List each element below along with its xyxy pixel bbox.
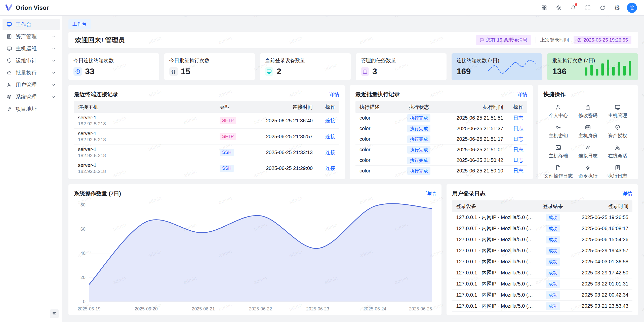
task-calendar-icon bbox=[361, 67, 369, 76]
terminal-records-panel: 最近终端连接记录 详情 连接主机 类型 连接时间 操作 server-1 182… bbox=[68, 85, 345, 179]
exec-time: 2025-06-25 21:50:42 bbox=[440, 157, 503, 163]
quick-actions-panel: 快捷操作 个人中心 修改密码 主机管理 bbox=[538, 85, 638, 179]
exec-status-badge: 执行完成 bbox=[407, 146, 430, 154]
sidebar-item-workbench[interactable]: 工作台 bbox=[3, 19, 60, 30]
table-row: color 执行完成 2025-06-25 21:51:37 日志 bbox=[355, 123, 528, 134]
chevron-down-icon bbox=[52, 47, 56, 51]
sidebar-item-label: 用户管理 bbox=[16, 81, 37, 88]
sidebar-item-batch-exec[interactable]: 批量执行 bbox=[3, 67, 60, 79]
panel-title: 最近批量执行记录 bbox=[355, 91, 400, 98]
log-link[interactable]: 日志 bbox=[513, 168, 523, 173]
quick-action-command-exec[interactable]: 命令执行 bbox=[573, 163, 603, 179]
breadcrumb-item-workbench[interactable]: 工作台 bbox=[68, 19, 91, 29]
login-log-panel: 用户登录日志 详情 登录设备 登录结果 登录时间 127.0.0.1 - 内网I… bbox=[447, 184, 638, 315]
quick-action-profile[interactable]: 个人中心 bbox=[543, 102, 573, 121]
login-device: 127.0.0.1 - 内网IP - Mozilla/5.0 (Windows … bbox=[456, 269, 537, 276]
stat-card-tasks: 管理的任务数量 3 bbox=[356, 53, 447, 80]
connect-link[interactable]: 连接 bbox=[325, 118, 335, 123]
connect-link[interactable]: 连接 bbox=[325, 134, 335, 139]
log-link[interactable]: 日志 bbox=[513, 115, 523, 121]
exec-description: color bbox=[359, 147, 398, 153]
exec-description: color bbox=[359, 115, 398, 121]
exec-time: 2025-06-25 21:51:01 bbox=[440, 147, 503, 153]
app-logo: Orion Visor bbox=[5, 4, 49, 12]
host-name: server-1 bbox=[78, 162, 220, 168]
sidebar-item-label: 主机运维 bbox=[16, 45, 37, 52]
table-row: server-1 182.92.5.218 SSH 2025-06-25 21:… bbox=[74, 145, 339, 160]
login-device: 127.0.0.1 - 内网IP - Mozilla/5.0 (Windows … bbox=[456, 258, 537, 265]
quick-action-online-session[interactable]: 在线会话 bbox=[603, 142, 632, 161]
gear-icon[interactable]: ⚙ bbox=[612, 3, 622, 13]
quick-action-host-terminal[interactable]: 主机终端 bbox=[543, 142, 573, 161]
quick-action-host-key[interactable]: 主机密钥 bbox=[543, 122, 573, 141]
table-row: color 执行完成 2025-06-25 21:51:51 日志 bbox=[355, 113, 528, 123]
stat-card-terminal-today: 今日连接终端次数 33 bbox=[68, 53, 159, 80]
quick-action-asset-grant[interactable]: 资产授权 bbox=[603, 122, 632, 141]
last-login-label: 上次登录时间 bbox=[540, 37, 569, 43]
sidebar-item-project-url[interactable]: 项目地址 bbox=[3, 103, 60, 115]
log-link[interactable]: 日志 bbox=[513, 157, 523, 163]
fullscreen-icon[interactable] bbox=[583, 3, 593, 13]
table-header: 登录设备 登录结果 登录时间 bbox=[452, 200, 632, 212]
host-name: server-1 bbox=[78, 147, 220, 152]
log-link[interactable]: 日志 bbox=[513, 136, 523, 142]
exec-time: 2025-06-25 21:51:37 bbox=[440, 126, 503, 131]
exec-status-badge: 执行完成 bbox=[407, 167, 430, 175]
quick-action-host-manage[interactable]: 主机管理 bbox=[603, 102, 632, 121]
panel-title: 用户登录日志 bbox=[452, 190, 485, 197]
connect-link[interactable]: 连接 bbox=[325, 165, 335, 171]
sidebar-item-system[interactable]: 系统管理 bbox=[3, 91, 60, 103]
quick-action-change-password[interactable]: 修改密码 bbox=[573, 102, 603, 121]
sidebar-item-host-ops[interactable]: 主机运维 bbox=[3, 43, 60, 54]
panel-title: 最近终端连接记录 bbox=[74, 91, 118, 98]
login-result-badge: 成功 bbox=[546, 236, 560, 243]
connect-link[interactable]: 连接 bbox=[325, 150, 335, 155]
workbench-icon bbox=[7, 22, 12, 27]
quick-actions-grid: 个人中心 修改密码 主机管理 主机密钥 bbox=[543, 102, 632, 179]
bell-icon[interactable] bbox=[569, 3, 578, 13]
divider bbox=[536, 37, 536, 43]
login-more-link[interactable]: 详情 bbox=[622, 190, 632, 197]
stat-value: 15 bbox=[181, 66, 190, 76]
sun-icon[interactable] bbox=[554, 3, 564, 13]
quick-action-exec-log[interactable]: 执行日志 bbox=[603, 163, 632, 179]
sidebar-collapse-icon[interactable] bbox=[50, 309, 59, 318]
log-link[interactable]: 日志 bbox=[513, 126, 523, 131]
exec-time: 2025-06-25 21:50:10 bbox=[440, 168, 503, 174]
table-row: server-1 182.92.5.218 SSH 2025-06-25 21:… bbox=[74, 160, 339, 176]
svg-text:2025-06-23: 2025-06-23 bbox=[306, 306, 329, 311]
user-avatar[interactable]: 管 bbox=[627, 3, 637, 13]
login-result-badge: 成功 bbox=[546, 291, 560, 299]
quick-action-file-op-log[interactable]: 文件操作日志 bbox=[543, 163, 573, 179]
svg-text:2025-06-19: 2025-06-19 bbox=[77, 306, 100, 311]
login-device: 127.0.0.1 - 内网IP - Mozilla/5.0 (Windows … bbox=[456, 236, 537, 243]
sidebar-item-users[interactable]: 用户管理 bbox=[3, 79, 60, 91]
login-result-badge: 成功 bbox=[546, 302, 560, 310]
batch-more-link[interactable]: 详情 bbox=[517, 91, 527, 98]
svg-text:20: 20 bbox=[80, 275, 86, 280]
sidebar-item-assets[interactable]: 资产管理 bbox=[3, 31, 60, 42]
exec-status-badge: 执行完成 bbox=[407, 157, 430, 164]
sidebar-item-audit[interactable]: 运维审计 bbox=[3, 55, 60, 66]
log-link[interactable]: 日志 bbox=[513, 147, 523, 152]
svg-text:60: 60 bbox=[80, 227, 86, 232]
apps-grid-icon[interactable] bbox=[539, 3, 549, 13]
table-row: server-1 182.92.5.218 SFTP 2025-06-25 21… bbox=[74, 129, 339, 145]
terminal-more-link[interactable]: 详情 bbox=[329, 91, 339, 98]
link-icon bbox=[585, 145, 591, 151]
quick-action-connect-log[interactable]: 连接日志 bbox=[573, 142, 603, 161]
monitor-icon bbox=[7, 46, 12, 51]
host-ip: 182.92.5.218 bbox=[78, 137, 220, 142]
login-time: 2025-06-06 15:54:26 bbox=[569, 237, 628, 242]
monitor-icon bbox=[615, 104, 621, 110]
login-time: 2025-05-29 19:43:57 bbox=[569, 248, 628, 254]
svg-text:2025-06-22: 2025-06-22 bbox=[249, 306, 272, 311]
quick-action-host-identity[interactable]: 主机身份 bbox=[573, 122, 603, 141]
ops-more-link[interactable]: 详情 bbox=[426, 190, 436, 197]
unread-messages-badge[interactable]: 您有 15 条未读消息 bbox=[476, 35, 531, 45]
refresh-icon[interactable] bbox=[598, 3, 607, 13]
login-time: 2025-04-03 01:36:58 bbox=[569, 259, 628, 265]
table-row: color 执行完成 2025-06-25 21:51:01 日志 bbox=[355, 145, 528, 155]
protocol-badge: SFTP bbox=[220, 133, 236, 140]
file-icon bbox=[555, 165, 561, 171]
